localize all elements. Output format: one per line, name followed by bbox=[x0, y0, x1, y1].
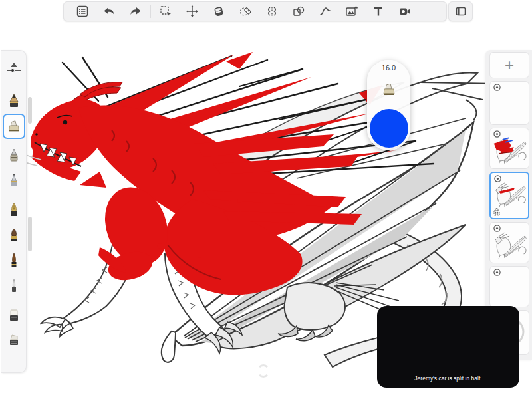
layer-thumbnail-dragon-red-blue bbox=[491, 135, 529, 166]
fill-icon bbox=[212, 5, 225, 18]
brush-puck[interactable]: 16.0 bbox=[367, 60, 410, 150]
fountain-pen-icon bbox=[5, 201, 23, 219]
pointed-brush-icon bbox=[5, 252, 23, 269]
flat-eraser-icon bbox=[5, 307, 23, 324]
redo-icon bbox=[128, 5, 143, 18]
menu-button[interactable] bbox=[69, 2, 96, 21]
symmetry-tool-button[interactable] bbox=[259, 2, 285, 21]
guides-tool-button[interactable] bbox=[232, 2, 259, 21]
transform-icon bbox=[186, 5, 199, 18]
text-icon bbox=[372, 5, 385, 18]
symmetry-icon bbox=[265, 5, 279, 18]
round-brush-icon bbox=[5, 227, 23, 244]
fullscreen-icon bbox=[454, 5, 467, 18]
redo-button[interactable] bbox=[122, 2, 149, 21]
rail-scroll-indicator-top[interactable] bbox=[28, 97, 32, 124]
fine-liner-icon bbox=[5, 277, 23, 295]
layer-card-line-art[interactable] bbox=[489, 222, 529, 263]
rail-scroll-indicator-bottom[interactable] bbox=[28, 217, 32, 251]
tool-pencil[interactable] bbox=[3, 88, 25, 114]
brush-size-value: 16.0 bbox=[382, 64, 396, 72]
menu-icon bbox=[76, 5, 89, 18]
tool-chisel-eraser[interactable] bbox=[3, 328, 25, 353]
chisel-eraser-icon bbox=[5, 332, 23, 349]
fullscreen-button[interactable] bbox=[448, 1, 473, 21]
ballpoint-pen-icon bbox=[5, 172, 23, 190]
tool-round-brush[interactable] bbox=[3, 223, 25, 248]
import-image-icon bbox=[344, 5, 359, 18]
tool-fountain-pen[interactable] bbox=[3, 198, 25, 223]
tool-brush-settings[interactable] bbox=[3, 56, 25, 81]
canvas-handle[interactable] bbox=[257, 364, 270, 378]
undo-icon bbox=[102, 5, 116, 18]
app-window: + bbox=[0, 0, 532, 399]
active-color-swatch[interactable] bbox=[370, 109, 408, 148]
top-toolbar bbox=[63, 1, 447, 21]
toolbar-divider bbox=[150, 5, 151, 18]
tool-airbrush[interactable] bbox=[3, 143, 25, 168]
selection-tool-button[interactable] bbox=[152, 2, 179, 21]
transform-tool-button[interactable] bbox=[179, 2, 205, 21]
layer-thumbnail-dragon-red-streak bbox=[492, 180, 528, 209]
time-lapse-icon bbox=[398, 5, 412, 18]
notification-toast: Jeremy's car is split in half. bbox=[377, 306, 519, 388]
brush-rail bbox=[1, 50, 27, 373]
layer-visibility-icon[interactable] bbox=[493, 269, 501, 276]
stroke-icon bbox=[319, 5, 332, 18]
import-image-button[interactable] bbox=[338, 2, 365, 21]
tool-ballpoint-pen[interactable] bbox=[3, 168, 25, 194]
layer-card-empty-bottom[interactable] bbox=[489, 266, 529, 307]
shapes-tool-button[interactable] bbox=[285, 2, 312, 21]
stroke-tool-button[interactable] bbox=[312, 2, 338, 21]
tool-fine-liner[interactable] bbox=[3, 273, 25, 299]
pencil-icon bbox=[5, 92, 23, 110]
fill-tool-button[interactable] bbox=[205, 2, 232, 21]
undo-button[interactable] bbox=[96, 2, 122, 21]
brush-settings-icon bbox=[5, 60, 23, 77]
toast-message: Jeremy's car is split in half. bbox=[414, 375, 481, 388]
layer-card-color-sketch[interactable] bbox=[489, 128, 529, 169]
shapes-icon bbox=[292, 5, 305, 18]
layer-thumbnail-dragon-lineart bbox=[491, 229, 529, 260]
layer-card-empty-top[interactable] bbox=[489, 81, 529, 125]
chisel-marker-icon bbox=[6, 118, 22, 134]
puck-brush-icon bbox=[380, 81, 398, 98]
layer-card-red-stroke[interactable] bbox=[489, 172, 529, 219]
guides-icon bbox=[239, 5, 252, 18]
text-tool-button[interactable] bbox=[365, 2, 392, 21]
time-lapse-button[interactable] bbox=[392, 2, 418, 21]
tool-chisel-marker[interactable] bbox=[3, 114, 25, 139]
layer-visibility-icon[interactable] bbox=[493, 84, 501, 91]
airbrush-icon bbox=[5, 147, 23, 164]
tool-pointed-brush[interactable] bbox=[3, 248, 25, 273]
rail-divider bbox=[5, 84, 23, 84]
add-layer-button[interactable]: + bbox=[489, 52, 529, 78]
alpha-lock-icon[interactable] bbox=[493, 208, 500, 216]
selection-icon bbox=[159, 5, 172, 18]
tool-flat-eraser[interactable] bbox=[3, 303, 25, 328]
